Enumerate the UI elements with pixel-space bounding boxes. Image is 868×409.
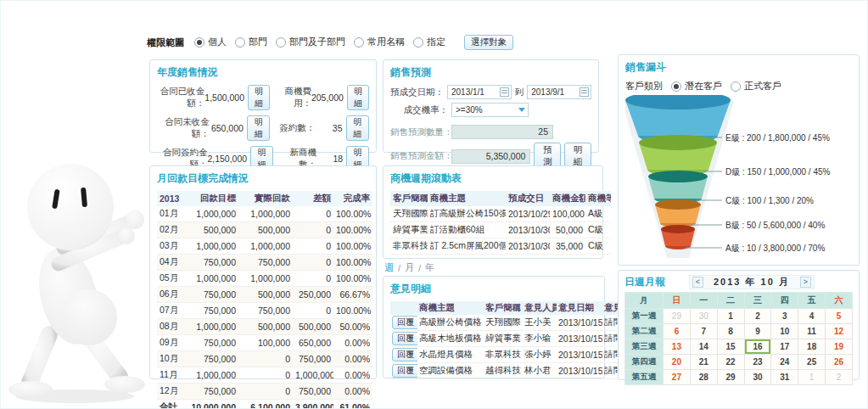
- column-header: 完成率: [333, 191, 372, 206]
- radio-icon[interactable]: [235, 37, 245, 48]
- tab-separator: /: [398, 263, 400, 273]
- customer-type-option-2[interactable]: 正式客戶: [731, 80, 781, 92]
- detail-button[interactable]: 明細: [247, 115, 270, 141]
- week-label[interactable]: 第一週: [625, 309, 664, 324]
- calendar-day[interactable]: 1: [798, 370, 826, 385]
- cycle-tab-2[interactable]: 月: [405, 261, 414, 274]
- reply-button[interactable]: 回覆: [392, 332, 417, 345]
- calendar-day[interactable]: 25: [798, 355, 826, 370]
- calendar-day[interactable]: 30: [690, 309, 717, 324]
- detail-button[interactable]: 明細: [347, 85, 369, 110]
- permission-label: 權限範圍: [147, 36, 184, 49]
- week-label[interactable]: 第四週: [625, 355, 664, 370]
- calendar-day[interactable]: 29: [664, 309, 691, 324]
- table-cell: 空調設備價格: [417, 363, 484, 379]
- table-header-row: 2013回款目標實際回款差額完成率: [157, 191, 372, 206]
- table-cell: 750,000: [184, 335, 238, 351]
- table-cell: 750,000: [238, 303, 293, 319]
- cycle-tab-3[interactable]: 年: [425, 261, 434, 274]
- table-cell: 0: [293, 206, 333, 222]
- calendar-day[interactable]: 1: [717, 309, 744, 324]
- calendar-day[interactable]: 2: [826, 370, 853, 385]
- table-cell: 2013/10/15: [557, 315, 602, 331]
- customer-type-options: 潛在客戶正式客戶: [671, 80, 790, 93]
- table-cell: 林小君: [523, 363, 557, 379]
- calendar-day[interactable]: 11: [798, 324, 826, 339]
- permission-option-3[interactable]: 部門及子部門: [276, 36, 345, 48]
- calendar-picker-icon[interactable]: [580, 87, 589, 97]
- reply-button[interactable]: 回覆: [392, 364, 417, 378]
- calendar-picker-icon[interactable]: [500, 87, 509, 97]
- calendar-day[interactable]: 16: [744, 339, 771, 355]
- radio-icon[interactable]: [194, 37, 204, 48]
- detail-button[interactable]: 明細: [346, 115, 369, 141]
- calendar-day[interactable]: 26: [826, 355, 853, 370]
- permission-option-1[interactable]: 個人: [194, 36, 227, 48]
- radio-icon[interactable]: [413, 37, 423, 48]
- date-to-input[interactable]: 2013/9/1: [527, 85, 591, 99]
- table-cell: 35,000: [550, 238, 585, 255]
- calendar-next-button[interactable]: >: [800, 277, 811, 288]
- customer-type-option-1[interactable]: 潛在客戶: [671, 80, 722, 92]
- calendar-day[interactable]: 13: [664, 339, 691, 355]
- table-cell: 2013/10/30: [506, 238, 550, 255]
- calendar-day[interactable]: 7: [690, 324, 717, 339]
- calendar-day[interactable]: 22: [717, 355, 744, 370]
- reply-button[interactable]: 回覆: [392, 316, 417, 329]
- calendar-day[interactable]: 10: [771, 324, 798, 339]
- monthly-row: 12月750,0000750,0000.00%: [157, 384, 372, 400]
- radio-icon[interactable]: [276, 37, 286, 48]
- column-header: [390, 301, 417, 315]
- table-cell: 王小美: [523, 315, 557, 331]
- calendar-day[interactable]: 30: [744, 370, 771, 385]
- calendar-day[interactable]: 14: [690, 339, 717, 355]
- monthly-row: 10月750,0000750,0000.00%: [157, 351, 372, 367]
- calendar-day[interactable]: 28: [690, 370, 717, 385]
- monthly-row: 06月750,000500,000250,00066.67%: [157, 287, 372, 303]
- calendar-day[interactable]: 18: [798, 339, 826, 355]
- metric-value: 205,000: [311, 92, 344, 103]
- calendar-day[interactable]: 2: [744, 309, 771, 324]
- table-cell: 0: [293, 303, 333, 319]
- calendar-day[interactable]: 8: [717, 324, 744, 339]
- calendar-day[interactable]: 17: [771, 339, 798, 355]
- reply-button[interactable]: 回覆: [392, 348, 417, 361]
- table-cell: 非眾科技: [390, 238, 428, 255]
- calendar-day[interactable]: 20: [664, 355, 691, 370]
- calendar-day[interactable]: 12: [826, 324, 853, 339]
- cycle-tab-1[interactable]: 週: [384, 261, 394, 274]
- date-from-input[interactable]: 2013/1/1: [447, 85, 512, 99]
- monthly-target-title: 月回款目標完成情況: [157, 171, 369, 186]
- permission-option-5[interactable]: 指定: [413, 36, 445, 48]
- calendar-day[interactable]: 19: [826, 339, 853, 355]
- radio-icon[interactable]: [731, 81, 741, 92]
- week-label[interactable]: 第二週: [625, 324, 664, 339]
- calendar-day[interactable]: 4: [798, 309, 826, 324]
- detail-button[interactable]: 明細: [248, 85, 270, 110]
- calendar-day[interactable]: 24: [771, 355, 798, 370]
- select-target-button[interactable]: 選擇對象: [464, 35, 513, 50]
- table-cell: 0.00%: [333, 335, 372, 351]
- date-to-value: 2013/9/1: [531, 87, 564, 97]
- week-label[interactable]: 第三週: [625, 339, 664, 355]
- calendar-day[interactable]: 6: [664, 324, 691, 339]
- calendar-day[interactable]: 21: [690, 355, 717, 370]
- column-header: 商機主題: [428, 191, 506, 206]
- calendar-day[interactable]: 29: [717, 370, 744, 385]
- permission-option-2[interactable]: 部門: [235, 36, 267, 48]
- radio-icon[interactable]: [354, 37, 364, 48]
- calendar-day[interactable]: 27: [664, 370, 691, 385]
- radio-icon[interactable]: [671, 81, 681, 92]
- calendar-day[interactable]: 9: [744, 324, 771, 339]
- calendar-day[interactable]: 23: [744, 355, 771, 370]
- permission-option-4[interactable]: 常用名稱: [354, 36, 405, 48]
- cycle-period-tabs: 週/月/年: [384, 261, 434, 274]
- probability-select[interactable]: >=30%: [451, 103, 529, 117]
- calendar-day[interactable]: 5: [826, 309, 853, 324]
- week-label[interactable]: 第五週: [625, 370, 664, 385]
- table-cell: 緯貿事業: [484, 331, 523, 347]
- calendar-day[interactable]: 15: [717, 339, 744, 355]
- calendar-day[interactable]: 31: [771, 370, 798, 385]
- calendar-day[interactable]: 3: [771, 309, 798, 324]
- calendar-prev-button[interactable]: <: [692, 277, 703, 288]
